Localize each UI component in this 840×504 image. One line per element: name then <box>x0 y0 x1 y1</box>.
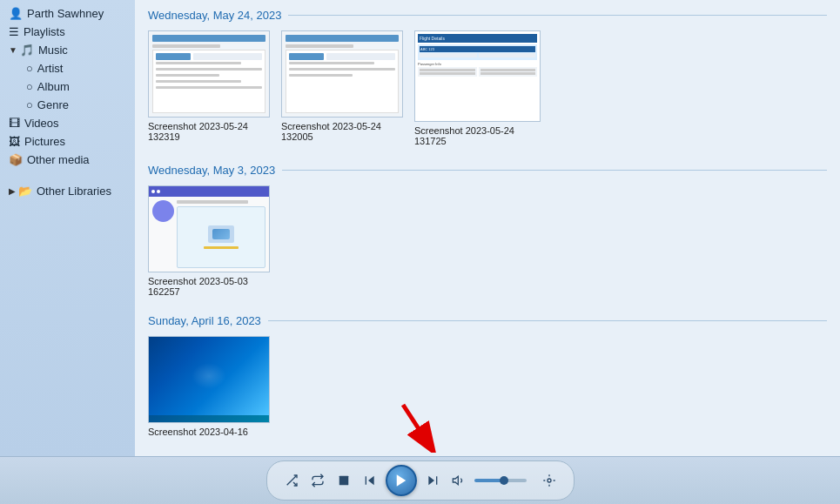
sidebar-item-videos[interactable]: 🎞 Videos <box>0 114 135 132</box>
sidebar-item-album[interactable]: ○ Album <box>0 77 135 96</box>
main-content: Wednesday, May 24, 2023 <box>135 0 840 456</box>
thumbnail-label-may24-3: Screenshot 2023-05-24 131725 <box>414 125 541 146</box>
drag-handle[interactable] <box>539 470 560 491</box>
thumbnails-row-may24: Screenshot 2023-05-24 132319 <box>148 30 827 146</box>
thumbnail-box-may24-3: Flight Details ABC 123 P <box>414 30 541 122</box>
sidebar-user-label: Parth Sawhney <box>27 7 104 20</box>
volume-knob <box>500 476 508 485</box>
svg-marker-10 <box>453 476 458 484</box>
player-bar <box>0 456 840 504</box>
expand-libraries-icon: ▶ <box>9 186 16 196</box>
sidebar-artist-label: Artist <box>37 62 64 75</box>
sidebar-item-user[interactable]: 👤 Parth Sawhney <box>0 4 135 23</box>
player-controls <box>266 460 575 501</box>
thumbnail-may24-2[interactable]: Screenshot 2023-05-24 132005 <box>281 30 407 146</box>
sidebar-item-other-media[interactable]: 📦 Other media <box>0 151 135 169</box>
thumbnail-label-may24-2: Screenshot 2023-05-24 132005 <box>281 121 407 142</box>
thumbnail-label-may24-1: Screenshot 2023-05-24 132319 <box>148 121 274 142</box>
expand-music-icon: ▼ <box>9 45 17 55</box>
thumbnail-may3-1[interactable]: Screenshot 2023-05-03 162257 <box>148 185 274 297</box>
sidebar-item-artist[interactable]: ○ Artist <box>0 59 135 77</box>
sidebar-other-libraries-label: Other Libraries <box>37 185 111 198</box>
svg-marker-5 <box>368 476 374 486</box>
sidebar-item-genre[interactable]: ○ Genre <box>0 96 135 114</box>
date-text-may24: Wednesday, May 24, 2023 <box>148 9 281 22</box>
sidebar-playlists-label: Playlists <box>24 25 65 38</box>
sidebar-item-pictures[interactable]: 🖼 Pictures <box>0 132 135 151</box>
thumbnails-row-may3: Screenshot 2023-05-03 162257 <box>148 185 827 297</box>
date-group-apr16: Sunday, April 16, 2023 <box>148 314 827 437</box>
svg-rect-4 <box>339 476 348 486</box>
next-button[interactable] <box>422 470 443 491</box>
thumbnail-may24-3[interactable]: Flight Details ABC 123 P <box>414 30 541 146</box>
other-media-icon: 📦 <box>9 153 23 166</box>
thumbnails-row-apr16: Screenshot 2023-04-16 <box>148 336 827 437</box>
thumbnail-apr16-1[interactable]: Screenshot 2023-04-16 <box>148 336 270 437</box>
date-header-may24: Wednesday, May 24, 2023 <box>148 9 827 22</box>
thumbnail-box-apr16-1 <box>148 336 270 423</box>
date-line-may3 <box>282 170 827 171</box>
album-icon: ○ <box>26 80 33 93</box>
date-text-apr16: Sunday, April 16, 2023 <box>148 314 261 327</box>
sidebar: 👤 Parth Sawhney ☰ Playlists ▼ 🎵 Music ○ … <box>0 0 135 456</box>
pictures-icon: 🖼 <box>9 135 20 148</box>
date-text-may3: Wednesday, May 3, 2023 <box>148 164 275 177</box>
sidebar-genre-label: Genre <box>37 98 69 111</box>
date-header-apr16: Sunday, April 16, 2023 <box>148 314 827 327</box>
dot1 <box>151 190 155 193</box>
playlists-icon: ☰ <box>9 25 19 38</box>
svg-marker-7 <box>396 474 406 487</box>
play-button[interactable] <box>386 465 417 496</box>
sidebar-pictures-label: Pictures <box>24 135 65 148</box>
shuffle-button[interactable] <box>281 470 302 491</box>
genre-icon: ○ <box>26 98 33 111</box>
videos-icon: 🎞 <box>9 117 20 130</box>
artist-icon: ○ <box>26 62 33 75</box>
app-container: 👤 Parth Sawhney ☰ Playlists ▼ 🎵 Music ○ … <box>0 0 840 456</box>
date-group-may3: Wednesday, May 3, 2023 <box>148 164 827 297</box>
date-line-apr16 <box>268 320 827 321</box>
dot2 <box>157 190 160 193</box>
date-line-may24 <box>288 15 827 16</box>
user-icon: 👤 <box>9 7 23 20</box>
sidebar-other-media-label: Other media <box>27 153 90 166</box>
date-group-may24: Wednesday, May 24, 2023 <box>148 9 827 146</box>
svg-point-11 <box>548 479 551 482</box>
repeat-button[interactable] <box>307 470 328 491</box>
sidebar-item-other-libraries[interactable]: ▶ 📂 Other Libraries <box>0 182 135 200</box>
thumbnail-box-may24-1 <box>148 30 270 118</box>
stop-button[interactable] <box>333 470 354 491</box>
slide-mock <box>177 206 265 268</box>
volume-slider[interactable] <box>474 479 527 482</box>
date-header-may3: Wednesday, May 3, 2023 <box>148 164 827 177</box>
sidebar-videos-label: Videos <box>24 117 59 130</box>
music-icon: 🎵 <box>20 44 34 57</box>
avatar-mock <box>152 200 174 222</box>
thumbnail-label-apr16-1: Screenshot 2023-04-16 <box>148 427 248 437</box>
thumbnail-label-may3-1: Screenshot 2023-05-03 162257 <box>148 276 274 297</box>
sidebar-album-label: Album <box>37 80 70 93</box>
thumbnail-box-may24-2 <box>281 30 403 118</box>
sidebar-item-music[interactable]: ▼ 🎵 Music <box>0 41 135 59</box>
thumbnail-may24-1[interactable]: Screenshot 2023-05-24 132319 <box>148 30 274 146</box>
svg-marker-8 <box>428 476 434 486</box>
volume-button[interactable] <box>448 470 469 491</box>
thumbnail-box-may3-1 <box>148 185 270 272</box>
other-libraries-icon: 📂 <box>18 185 32 198</box>
sidebar-music-label: Music <box>38 44 68 57</box>
sidebar-item-playlists[interactable]: ☰ Playlists <box>0 23 135 41</box>
prev-button[interactable] <box>360 470 380 491</box>
